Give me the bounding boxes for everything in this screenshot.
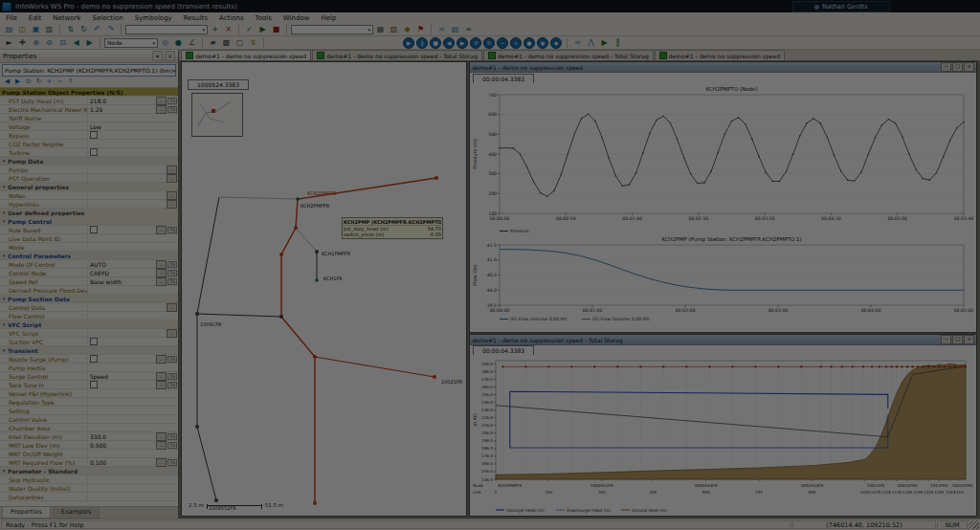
redo-icon[interactable]: ↷ [104, 23, 117, 35]
add-icon[interactable]: + [209, 23, 221, 35]
ellipsis-button[interactable]: … [167, 166, 177, 174]
record-icon[interactable]: ◉ [537, 37, 548, 49]
menu-network[interactable]: Network [47, 14, 86, 22]
checkbox[interactable] [90, 148, 98, 156]
expander-icon[interactable]: ▾ [0, 468, 8, 474]
ellipsis-button[interactable]: … [167, 174, 177, 183]
expander-icon[interactable]: ▾ [0, 210, 8, 215]
ellipsis-button[interactable]: … [167, 200, 177, 209]
property-row-regulation-type[interactable]: Regulation Type [0, 398, 178, 407]
refresh-icon[interactable]: ↻ [34, 77, 43, 86]
property-row-control-valve[interactable]: Control Valve [0, 415, 178, 424]
stop-icon[interactable]: ■ [270, 23, 282, 35]
clear-selection-icon[interactable]: ▢ [234, 36, 246, 49]
doc-tab-demo-1-demo-no-suppression-speed-total-storag[interactable]: demo#1 - demo no suppression speed - Tot… [483, 50, 654, 60]
maximize-button[interactable]: □ [952, 335, 963, 344]
replay-stop-icon[interactable]: ■ [430, 37, 441, 49]
property-row-control-data[interactable]: Control Data… [0, 303, 178, 312]
label-icon[interactable]: ◆ [401, 23, 413, 35]
menu-window[interactable]: Window [278, 14, 316, 22]
select-icon[interactable]: ► [3, 36, 15, 49]
checkbox[interactable] [90, 226, 98, 233]
ellipsis-button[interactable]: … [167, 303, 177, 312]
property-row-turbine[interactable]: Turbine [0, 148, 178, 157]
menu-file[interactable]: File [0, 14, 23, 22]
property-row-vfc-script[interactable]: VFC Script… [0, 329, 178, 338]
checkbox[interactable] [90, 381, 98, 388]
property-row-bypass[interactable]: Bypass [0, 131, 178, 140]
property-row-flow-control[interactable]: Flow Control [0, 312, 178, 320]
close-button[interactable]: × [964, 62, 974, 72]
ellipsis-button[interactable]: … [156, 260, 167, 269]
forward-icon[interactable]: ▶ [13, 77, 22, 86]
scenario-combo[interactable]: ▾ [291, 25, 373, 34]
database-combo[interactable]: ▾ [125, 25, 208, 34]
ellipsis-button[interactable]: … [156, 372, 167, 381]
property-row-mode[interactable]: Mode [0, 243, 178, 252]
expander-icon[interactable]: ▾ [0, 321, 8, 327]
results-play-icon[interactable]: ▶ [598, 36, 611, 49]
ellipsis-button[interactable]: … [156, 381, 167, 389]
property-row-speed-ref[interactable]: Speed RefBase width…TS [0, 277, 178, 286]
ellipsis-button[interactable]: … [156, 441, 167, 450]
help-icon[interactable]: ? [66, 77, 75, 86]
update-icon[interactable]: ↻ [78, 23, 90, 35]
expander-icon[interactable]: ▾ [0, 253, 8, 258]
results-pause-icon[interactable]: ‖ [612, 36, 624, 49]
overview-map-inset[interactable] [191, 93, 243, 137]
property-row-skip-hydraulic[interactable]: Skip Hydraulic [0, 475, 178, 484]
ellipsis-button[interactable]: … [156, 432, 167, 441]
property-row-mrt-required-flow[interactable]: MRT Required Flow (%)0.100…TS [0, 458, 178, 467]
expander-icon[interactable]: ▾ [0, 184, 8, 189]
menu-tools[interactable]: Tools [250, 14, 278, 22]
ellipsis-button[interactable]: … [156, 355, 167, 364]
expander-icon[interactable]: ▾ [0, 218, 8, 224]
ellipsis-button[interactable]: … [156, 269, 167, 277]
menu-selection[interactable]: Selection [87, 14, 129, 22]
new-graph-icon[interactable]: ≈ [571, 36, 584, 49]
maximize-button[interactable]: □ [952, 62, 963, 72]
property-row-water-quality-initial[interactable]: Water Quality (Initial) [0, 484, 178, 493]
property-row-mrt-low-elev-m[interactable]: MRT Low Elev (m)0.500…TS [0, 441, 178, 450]
ellipsis-button[interactable]: … [156, 97, 167, 105]
delete-icon[interactable]: × [222, 23, 234, 35]
menu-actions[interactable]: Actions [213, 14, 250, 22]
select-polygon-icon[interactable]: ▰ [207, 36, 219, 49]
checkbox[interactable] [90, 355, 98, 363]
open-icon[interactable]: ◫ [16, 23, 29, 35]
ellipsis-button[interactable]: … [167, 329, 177, 338]
property-row-electro-mechanical-power-rat[interactable]: Electro Mechanical Power Rat1.29…TS [0, 105, 178, 114]
close-icon[interactable]: × [165, 51, 175, 61]
menu-help[interactable]: Help [315, 14, 342, 22]
snapshot-icon[interactable]: ● [523, 37, 535, 49]
zoom-in-icon[interactable]: ⊕ [30, 36, 42, 49]
panel-tab-properties[interactable]: Properties [2, 507, 51, 519]
property-row-pst-operation[interactable]: PST Operation… [0, 174, 178, 183]
minimize-button[interactable]: − [941, 335, 951, 344]
minimize-button[interactable]: − [941, 62, 951, 72]
property-row-datacentres[interactable]: Datacentres [0, 493, 178, 501]
zoom-extents-icon[interactable]: ⊡ [56, 36, 69, 49]
object-type-combo[interactable]: Node▾ [104, 38, 158, 48]
panel-tab-examples[interactable]: Examples [53, 507, 100, 519]
menu-symbology[interactable]: Symbology [129, 14, 178, 22]
loop-icon[interactable]: ↻ [483, 37, 495, 49]
collapse-all-icon[interactable]: − [56, 77, 64, 86]
run-simulation-icon[interactable]: ▶ [256, 23, 269, 35]
report-icon[interactable]: ≡ [462, 23, 475, 35]
print-icon[interactable]: ▥ [43, 23, 56, 35]
checkbox[interactable] [90, 131, 98, 139]
restart-icon[interactable]: ↺ [470, 37, 481, 49]
property-row-derived-pressure-flood-dev[interactable]: Derived Pressure Flood Dev [0, 286, 178, 295]
property-row-tariff-name[interactable]: Tariff Name [0, 114, 178, 122]
theme-icon[interactable]: ▧ [388, 23, 400, 35]
ellipsis-button[interactable]: … [156, 105, 167, 114]
property-row-rule-based[interactable]: Rule Based…TS [0, 226, 178, 234]
doc-tab-demo-1-demo-no-suppression-speed[interactable]: demo#1 - demo no suppression speed [181, 50, 311, 60]
info-icon[interactable]: ● [172, 36, 185, 49]
ellipsis-button[interactable]: … [156, 277, 167, 286]
find-icon[interactable]: ◎ [159, 36, 171, 49]
user-account-button[interactable]: Nathan Gerdts [792, 1, 890, 12]
property-row-hyperlinks[interactable]: Hyperlinks… [0, 200, 178, 209]
replay-play-icon[interactable]: ▶ [403, 37, 414, 49]
